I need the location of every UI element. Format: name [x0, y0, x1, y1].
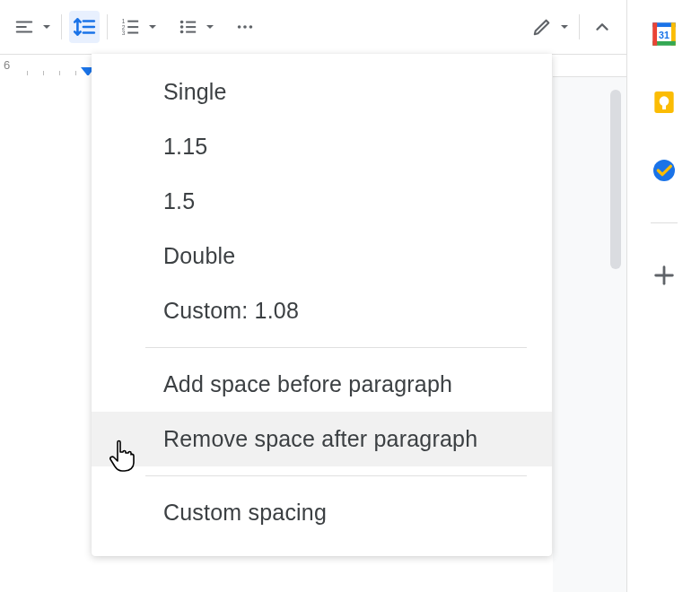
plus-icon [652, 263, 677, 288]
tasks-app-button[interactable] [648, 154, 680, 187]
vertical-scrollbar[interactable] [610, 90, 621, 269]
svg-point-18 [238, 25, 241, 29]
bulleted-list-button[interactable] [172, 11, 203, 43]
svg-text:3: 3 [122, 30, 126, 36]
svg-rect-16 [186, 26, 196, 28]
line-spacing-icon [73, 15, 96, 39]
toolbar: 1 2 3 [0, 0, 700, 54]
numbered-list-dropdown-arrow[interactable] [145, 11, 160, 43]
more-options-button[interactable] [230, 11, 260, 43]
side-panel: 31 [626, 0, 700, 592]
side-panel-separator [651, 222, 678, 223]
keep-icon [650, 88, 678, 117]
caret-down-icon [206, 22, 214, 31]
svg-rect-11 [127, 32, 138, 34]
caret-down-icon [560, 22, 569, 31]
editing-mode-dropdown-arrow[interactable] [557, 11, 572, 43]
menu-item-remove-space-after[interactable]: Remove space after paragraph [92, 412, 552, 466]
menu-item-1-15[interactable]: 1.15 [92, 119, 552, 174]
svg-point-29 [659, 96, 669, 106]
bulleted-list-dropdown-arrow[interactable] [203, 11, 217, 43]
svg-point-12 [180, 21, 184, 24]
line-spacing-menu: Single 1.15 1.5 Double Custom: 1.08 Add … [92, 54, 552, 556]
numbered-list-group: 1 2 3 [115, 11, 160, 43]
chevron-up-icon [592, 17, 612, 37]
svg-point-13 [180, 25, 184, 29]
keep-app-button[interactable] [648, 86, 680, 118]
menu-separator [145, 347, 527, 348]
numbered-list-icon: 1 2 3 [120, 17, 140, 37]
toolbar-separator [579, 14, 580, 39]
align-button[interactable] [9, 11, 39, 43]
svg-point-31 [653, 160, 675, 181]
svg-rect-10 [127, 26, 138, 28]
svg-point-19 [243, 25, 247, 29]
menu-item-add-space-before[interactable]: Add space before paragraph [92, 357, 552, 412]
svg-rect-9 [127, 21, 138, 22]
numbered-list-button[interactable]: 1 2 3 [115, 11, 145, 43]
editing-mode-button[interactable] [527, 11, 557, 43]
menu-separator [145, 475, 527, 476]
svg-point-14 [180, 30, 184, 34]
toolbar-separator [107, 14, 108, 39]
menu-item-custom-value[interactable]: Custom: 1.08 [92, 283, 552, 338]
tasks-icon [650, 156, 678, 185]
caret-down-icon [148, 22, 157, 31]
menu-item-single[interactable]: Single [92, 65, 552, 119]
collapse-toolbar-button[interactable] [587, 11, 617, 43]
menu-item-custom-spacing[interactable]: Custom spacing [92, 485, 552, 540]
svg-rect-25 [652, 22, 657, 46]
toolbar-separator [61, 14, 62, 39]
svg-rect-15 [186, 22, 196, 23]
bulleted-list-group [172, 11, 217, 43]
line-spacing-button[interactable] [69, 11, 100, 43]
svg-point-20 [249, 25, 253, 29]
svg-rect-30 [662, 105, 666, 109]
align-group [9, 11, 54, 43]
align-dropdown-arrow[interactable] [39, 11, 54, 43]
pencil-icon [532, 17, 552, 37]
add-addon-button[interactable] [648, 259, 680, 292]
svg-rect-17 [186, 31, 196, 33]
calendar-app-button[interactable]: 31 [648, 18, 680, 50]
calendar-icon: 31 [649, 19, 679, 49]
menu-item-double[interactable]: Double [92, 229, 552, 283]
caret-down-icon [42, 22, 51, 31]
editing-mode-group [527, 11, 572, 43]
align-left-icon [14, 17, 34, 37]
ruler-number: 6 [4, 58, 10, 72]
menu-item-1-5[interactable]: 1.5 [92, 174, 552, 229]
bulleted-list-icon [178, 17, 197, 37]
more-horizontal-icon [235, 17, 255, 37]
svg-text:31: 31 [659, 30, 669, 40]
line-spacing-group [69, 11, 100, 43]
